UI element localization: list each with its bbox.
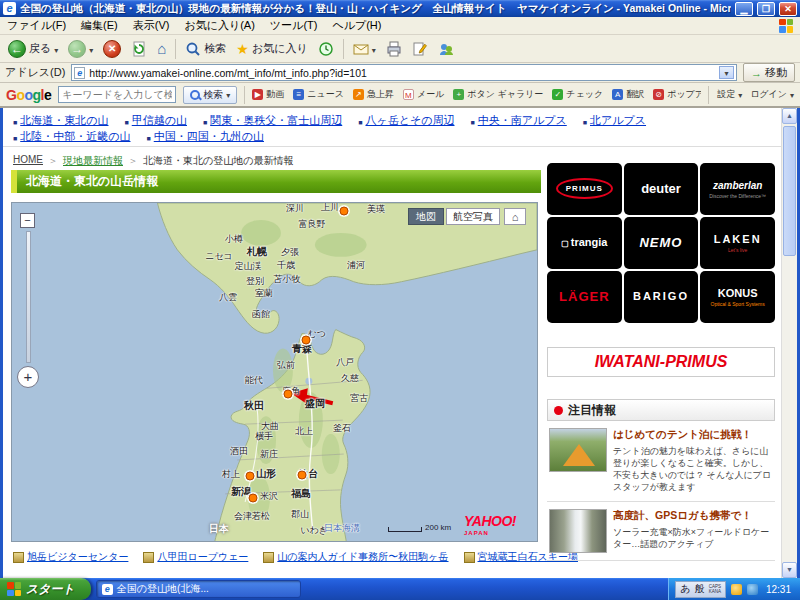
minimize-button[interactable]: ▁: [735, 2, 753, 16]
nav-link[interactable]: 北アルプス: [583, 113, 646, 128]
map-widget[interactable]: 深川上川美瑛富良野小樽札幌夕張ニセコ定山渓千歳浦河登別苫小牧室蘭八雲函館むつ青森…: [11, 202, 538, 542]
brand-logo-tile[interactable]: trangia: [547, 217, 622, 269]
google-toolbar-item[interactable]: M メール: [403, 88, 444, 101]
nav-link[interactable]: 八ヶ岳とその周辺: [358, 113, 454, 128]
brand-logo-tile[interactable]: BARIGO: [624, 271, 699, 323]
map-view-button[interactable]: 地図: [408, 208, 444, 225]
forward-button[interactable]: →: [64, 38, 97, 60]
vertical-scrollbar[interactable]: ▲ ▼: [781, 108, 797, 578]
back-dropdown-icon[interactable]: [54, 43, 58, 55]
security-tray-icon[interactable]: [731, 584, 742, 595]
taskbar-task-button[interactable]: e 全国の登山地(北海...: [96, 580, 301, 598]
edit-button[interactable]: [408, 39, 432, 59]
zoom-in-button[interactable]: [17, 366, 39, 388]
breadcrumb-item[interactable]: 現地最新情報: [43, 154, 123, 168]
article-title[interactable]: 高度計、GPSロガも携帯で！: [613, 509, 773, 523]
nav-link[interactable]: 関東・奥秩父・富士山周辺: [203, 113, 342, 128]
article-item[interactable]: はじめてのテント泊に挑戦！ テント泊の魅力を味わえば、さらに山登りが楽しくなるこ…: [547, 421, 775, 502]
brand-logo-tile[interactable]: deuter: [624, 163, 699, 215]
menu-edit[interactable]: 編集(E): [81, 18, 118, 33]
map-footer-link[interactable]: 旭岳ビジターセンター: [13, 550, 128, 564]
menu-tools[interactable]: ツール(T): [270, 18, 318, 33]
map-marker-icon[interactable]: [298, 471, 307, 480]
map-home-button[interactable]: ⌂: [504, 208, 526, 225]
google-search-button[interactable]: 検索: [183, 86, 237, 104]
aerial-view-button[interactable]: 航空写真: [446, 208, 500, 225]
breadcrumb-item[interactable]: 北海道・東北の登山地の最新情報: [123, 154, 293, 168]
ime-mode-button[interactable]: あ: [680, 582, 690, 596]
windows-logo-icon: [779, 19, 793, 33]
map-city-label: 札幌: [247, 245, 267, 259]
menu-help[interactable]: ヘルプ(H): [332, 18, 381, 33]
go-button[interactable]: → 移動: [743, 63, 795, 82]
brand-logo-tile[interactable]: zamberlan Discover the Difference™: [700, 163, 775, 215]
scrollbar-thumb[interactable]: [783, 126, 796, 256]
yahoo-logo[interactable]: YAHOO! JAPAN: [464, 513, 516, 536]
start-button[interactable]: スタート: [0, 578, 91, 600]
ime-conversion-button[interactable]: 般: [695, 582, 705, 596]
google-toolbar-item[interactable]: ≡ ニュース: [293, 88, 344, 101]
bullet-icon: [147, 131, 151, 143]
iwatani-primus-ban​ner[interactable]: IWATANI-PRIMUS: [547, 347, 775, 377]
brand-logo-tile[interactable]: NEMO: [624, 217, 699, 269]
home-button[interactable]: ⌂: [153, 39, 170, 58]
google-settings-button[interactable]: 設定: [717, 88, 742, 101]
favorites-button[interactable]: ★ お気に入り: [232, 39, 311, 58]
article-item[interactable]: 高度計、GPSロガも携帯で！ ソーラー充電×防水×フィールドロケーター…話題のア…: [547, 502, 775, 561]
address-input[interactable]: [89, 67, 715, 79]
article-title[interactable]: はじめてのテント泊に挑戦！: [613, 428, 773, 442]
menu-favorites[interactable]: お気に入り(A): [184, 18, 254, 33]
print-button[interactable]: [382, 39, 406, 59]
map-marker-icon[interactable]: [284, 390, 293, 399]
brand-logo-tile[interactable]: PRIMUS: [547, 163, 622, 215]
mail-button[interactable]: [349, 39, 380, 59]
messenger-button[interactable]: [434, 39, 458, 59]
map-marker-icon[interactable]: [246, 472, 255, 481]
map-footer-link[interactable]: 山の案内人ガイド事務所〜秋田駒ヶ岳: [263, 550, 448, 564]
mail-dropdown-icon[interactable]: [372, 43, 376, 55]
brand-logo-tile[interactable]: KONUS Optical & Sport Systems: [700, 271, 775, 323]
zoom-slider[interactable]: [26, 231, 31, 363]
featured-title: 注目情報: [568, 402, 616, 419]
address-dropdown-icon[interactable]: [719, 66, 734, 79]
address-label: アドレス(D): [5, 65, 65, 80]
scale-label: 200 km: [425, 523, 451, 532]
breadcrumb-item[interactable]: HOME: [13, 154, 43, 168]
map-footer-link[interactable]: 八甲田ロープウェー: [143, 550, 248, 564]
google-toolbar-item[interactable]: ↗ 急上昇: [353, 88, 394, 101]
address-input-box[interactable]: e: [71, 64, 737, 81]
map-marker-icon[interactable]: [302, 336, 311, 345]
nav-link[interactable]: 甲信越の山: [125, 113, 188, 128]
google-search-dropdown-icon[interactable]: [226, 89, 230, 100]
search-button[interactable]: 検索: [181, 39, 230, 59]
menu-file[interactable]: ファイル(F): [7, 18, 66, 33]
google-toolbar-item[interactable]: + ボタン ギャラリー: [453, 88, 543, 101]
nav-link[interactable]: 中央・南アルプス: [471, 113, 567, 128]
refresh-button[interactable]: [127, 39, 151, 59]
maximize-button[interactable]: ❐: [757, 2, 775, 16]
history-button[interactable]: [314, 39, 338, 59]
map-marker-icon[interactable]: [340, 207, 349, 216]
zoom-out-button[interactable]: [20, 213, 35, 228]
scroll-up-button[interactable]: ▲: [782, 108, 797, 124]
nav-link[interactable]: 中国・四国・九州の山: [147, 129, 265, 144]
back-button[interactable]: ← 戻る: [4, 38, 62, 60]
google-toolbar-item[interactable]: ⊘ ポップアップ ブロッカー: [653, 88, 701, 101]
brand-logo-tile[interactable]: LAKEN Let's live: [700, 217, 775, 269]
nav-link[interactable]: 北海道・東北の山: [13, 113, 109, 128]
google-search-input[interactable]: [58, 86, 176, 103]
language-bar[interactable]: あ 般 CAPS KANA: [675, 581, 726, 598]
stop-button[interactable]: ✕: [99, 38, 125, 60]
google-toolbar-item[interactable]: A 翻訳: [612, 88, 644, 101]
network-tray-icon[interactable]: [747, 584, 758, 595]
map-marker-icon[interactable]: [249, 494, 258, 503]
google-login-button[interactable]: ログイン: [750, 88, 794, 101]
brand-logo-tile[interactable]: LÄGER: [547, 271, 622, 323]
forward-dropdown-icon[interactable]: [89, 43, 93, 55]
close-button[interactable]: ✕: [779, 2, 797, 16]
scroll-down-button[interactable]: ▼: [782, 562, 797, 578]
menu-view[interactable]: 表示(V): [133, 18, 170, 33]
google-toolbar-item[interactable]: ▶ 動画: [252, 88, 284, 101]
nav-link[interactable]: 北陸・中部・近畿の山: [13, 129, 131, 144]
google-toolbar-item[interactable]: ✓ チェック: [552, 88, 603, 101]
